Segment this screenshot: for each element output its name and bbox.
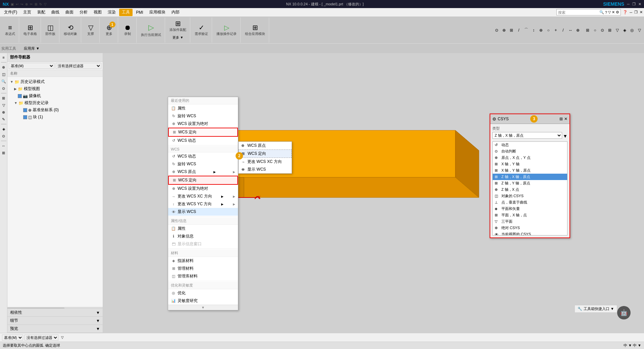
dd-wcs-show[interactable]: 👁 显示 WCS xyxy=(168,208,238,216)
sidebar-section-detail[interactable]: 细节 ▼ xyxy=(7,317,103,325)
minimize-btn[interactable]: ─ xyxy=(627,2,630,6)
search-input[interactable] xyxy=(558,10,598,14)
left-icon-4[interactable]: 🔍 xyxy=(1,78,7,84)
dd-wcs-rotate[interactable]: ↻ 旋转 WCS xyxy=(168,160,238,168)
tree-item-camera[interactable]: ▶ 📷 摄像机 xyxy=(9,92,101,99)
dd-item-rotatewcs[interactable]: ↻ 旋转 WCS xyxy=(168,112,238,120)
csys-item-perp[interactable]: ⊥ 点，垂直于曲线 xyxy=(493,199,567,206)
ti-11[interactable]: ↔ xyxy=(567,27,574,34)
sub-item-showwcs[interactable]: 👁 显示 WCS xyxy=(239,166,292,173)
tree-item-modelhistory[interactable]: ▼ 📁 模型历史记录 xyxy=(9,99,101,106)
sub-item-wcsorigin[interactable]: ⊕ WCS 原点 xyxy=(239,142,292,149)
menu-tools[interactable]: 工具 xyxy=(119,9,133,16)
left-icon-13[interactable]: ⊞ xyxy=(1,150,7,156)
search-close-icon[interactable]: ✕ xyxy=(612,10,615,14)
search-settings-icon[interactable]: ⚙ xyxy=(616,10,619,14)
ti-6[interactable]: ↕ xyxy=(530,27,537,34)
csys-dock-btn[interactable]: ⊞ xyxy=(559,117,563,121)
ti-9[interactable]: + xyxy=(552,27,559,34)
tree-check-datum[interactable] xyxy=(23,108,27,112)
csys-item-object[interactable]: ◫ 对象的 CSYS xyxy=(493,193,567,199)
menu-pmi[interactable]: PMI xyxy=(133,9,146,16)
toolbar-btn-require[interactable]: ✓ 需求验证 xyxy=(193,23,210,37)
dd-mat-managelib[interactable]: ◫ 管理库材料 xyxy=(168,272,238,280)
ti-13[interactable]: ⊞ xyxy=(584,27,591,34)
dd-mat-manage[interactable]: ⊞ 管理材料 xyxy=(168,265,238,272)
toolbar-btn-partfamily[interactable]: ◫ 部件族 xyxy=(44,23,57,37)
csys-item-plane-vec[interactable]: ◈ 平面和矢量 xyxy=(493,206,567,212)
view-controls[interactable]: 中 ▼ 中 ▼ xyxy=(624,343,641,348)
left-icon-10[interactable]: ◈ xyxy=(1,126,7,132)
ti-20[interactable]: ▽ xyxy=(636,27,643,34)
tree-item-history[interactable]: ▼ 📁 历史记录模式 xyxy=(9,78,101,85)
dd-item-wcsdynamic[interactable]: ↺ WCS 动态 xyxy=(168,137,238,144)
left-icon-5[interactable]: ⊙ xyxy=(1,85,7,91)
close-btn[interactable]: ✕ xyxy=(638,2,641,6)
restore-btn[interactable]: ❐ xyxy=(632,2,636,6)
window-close-icon[interactable]: ✕ xyxy=(640,10,643,14)
left-icon-3[interactable]: ◫ xyxy=(1,71,7,77)
search-box[interactable]: 🔍 ? ▽ ✕ ⚙ xyxy=(556,9,621,15)
sel-filter-select[interactable]: 没有选择过滤器 xyxy=(24,335,58,341)
assistant-icon[interactable]: 🤖 xyxy=(617,306,631,319)
window-restore-icon[interactable]: ❐ xyxy=(634,10,638,14)
csys-dropdown-arrow[interactable]: ▼ xyxy=(563,133,567,139)
tree-check-block[interactable] xyxy=(23,115,27,119)
csys-item-current-view[interactable]: 👁 当前视图的 CSYS xyxy=(493,231,567,235)
left-icon-7[interactable]: ▽ xyxy=(1,102,7,108)
csys-item-plane-x-pt[interactable]: ⊞ 平面，X 轴，点 xyxy=(493,212,567,218)
help-icon[interactable]: ❓ xyxy=(623,10,628,14)
dd-mat-assign[interactable]: ◈ 指派材料 xyxy=(168,257,238,265)
ti-8[interactable]: ○ xyxy=(545,27,552,34)
dd-info-objinfo[interactable]: ℹ 对象信息 xyxy=(168,232,238,240)
ti-1[interactable]: ⊙ xyxy=(493,27,500,34)
toolbar-btn-execute[interactable]: ▷ 执行当前测试 xyxy=(139,22,163,38)
dd-wcs-changeyc[interactable]: ↑ 更改 WCS YC 方向 ▶ xyxy=(168,200,238,208)
sidebar-section-preview[interactable]: 预览 ▼ xyxy=(7,325,103,333)
menu-internal[interactable]: 内部 xyxy=(169,9,182,16)
sub-item-changexc[interactable]: → 更改 WCS XC 方向 xyxy=(239,158,292,166)
dd-wcs-origin[interactable]: ⊕ WCS 原点 ▶ xyxy=(168,168,238,176)
ti-2[interactable]: ⊕ xyxy=(501,27,507,34)
ti-15[interactable]: ⊙ xyxy=(599,27,606,34)
toolbar-btn-move[interactable]: ⟲ 移动对象 xyxy=(62,23,79,37)
dd-item-attribute1[interactable]: 📋 属性 xyxy=(168,104,238,112)
dd-wcs-changexc[interactable]: → 更改 WCS XC 方向 ▶ xyxy=(168,192,238,200)
dd-optim-sens[interactable]: 📊 灵敏度研究 xyxy=(168,297,238,305)
toolbar-btn-addparts-more[interactable]: 更多 ▼ xyxy=(171,34,185,41)
applib-dropdown[interactable]: 应用库 ▼ xyxy=(22,45,42,52)
sidebar-section-dependency[interactable]: 相依性 ▼ xyxy=(7,309,103,317)
left-icon-1[interactable]: ≡ xyxy=(1,54,7,60)
tree-item-datum[interactable]: ▶ ⊕ 基准坐标系 (0) xyxy=(9,106,101,114)
ti-18[interactable]: ◈ xyxy=(621,27,628,34)
sidebar-filter-select[interactable]: 没有选择过滤器 xyxy=(56,63,101,69)
toolbar-btn-more1[interactable]: ⊕ 1 更多 xyxy=(102,23,116,37)
toolbar-btn-spreadsheet[interactable]: ⊞ 电子表格 xyxy=(22,23,39,37)
sidebar-basis-select[interactable]: 基准(M) xyxy=(9,63,54,69)
csys-item-zy-origin[interactable]: ⊞ Z 轴，Y 轴，原点 xyxy=(493,180,567,186)
csys-close-btn[interactable]: ✕ xyxy=(564,117,567,121)
dd-wcs-dynamic[interactable]: ↺ WCS 动态 xyxy=(168,152,238,160)
tree-item-modelview[interactable]: ▶ 📁 模型视图 xyxy=(9,85,101,92)
csys-item-dynamic[interactable]: ↺ 动态 xyxy=(493,142,567,148)
toolbar-btn-playback[interactable]: ▷ 播放操作记录 xyxy=(215,23,238,37)
dd-optim-opt[interactable]: ◎ 优化 xyxy=(168,289,238,297)
ti-10[interactable]: / xyxy=(560,27,566,34)
csys-item-absolute[interactable]: ⊕ 绝对 CSYS xyxy=(493,225,567,231)
menu-analysis[interactable]: 分析 xyxy=(77,9,90,16)
left-icon-6[interactable]: ⊞ xyxy=(1,95,7,101)
menu-curve[interactable]: 曲线 xyxy=(49,9,62,16)
left-icon-9[interactable]: ✎ xyxy=(1,116,7,122)
csys-item-zx-origin[interactable]: ⊞ Z 轴，X 轴，原点 xyxy=(493,174,567,180)
ti-17[interactable]: ▽ xyxy=(614,27,621,34)
menu-view[interactable]: 视图 xyxy=(91,9,104,16)
csys-item-zx[interactable]: ⊕ Z 轴，X 点 xyxy=(493,186,567,193)
tree-item-block[interactable]: ▶ ◫ 块 (1) xyxy=(9,114,101,121)
tools-quick-entry[interactable]: 🔧 工具箱快捷入口 ▼ xyxy=(575,305,617,313)
menu-render[interactable]: 渲染 xyxy=(105,9,118,16)
dd-info-attr[interactable]: 📋 属性 xyxy=(168,225,238,232)
csys-item-xy[interactable]: ⊞ X 轴，Y 轴 xyxy=(493,161,567,167)
ti-14[interactable]: ○ xyxy=(592,27,598,34)
dd-item-wcsorient[interactable]: ⊞ WCS 定向 xyxy=(168,128,238,137)
ti-12[interactable]: ⊕ xyxy=(575,27,581,34)
